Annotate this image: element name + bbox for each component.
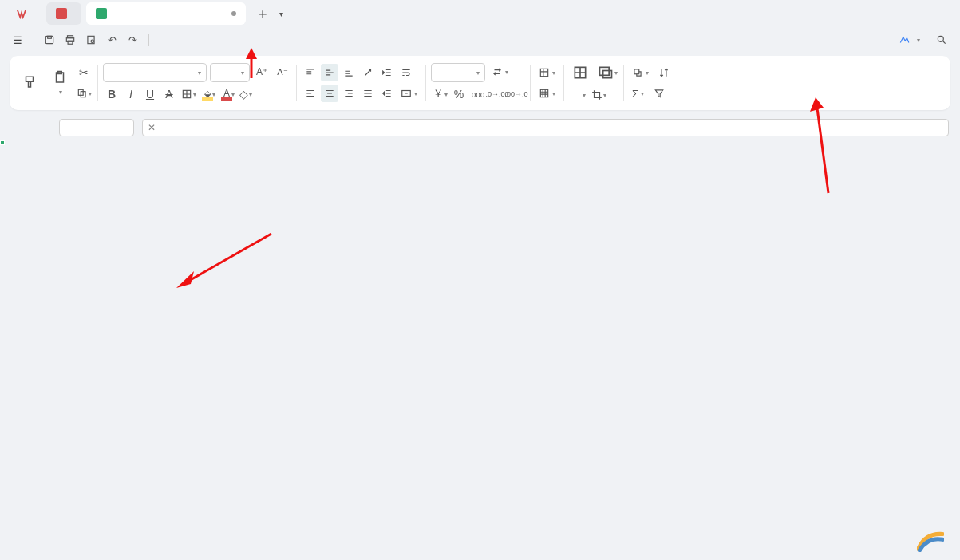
title-bar: ＋ ▾ [0, 0, 960, 27]
new-tab-button[interactable]: ＋ [251, 4, 275, 23]
number-format-select[interactable]: ▾ [431, 63, 485, 82]
copy-icon[interactable]: ▾ [75, 85, 93, 102]
justify-icon[interactable] [359, 85, 377, 102]
rows-cols-button[interactable]: ▾ [535, 64, 559, 81]
svg-rect-19 [602, 71, 611, 78]
tabs-dropdown-icon[interactable]: ▾ [279, 10, 283, 18]
name-box[interactable] [59, 119, 134, 136]
align-top-icon[interactable] [302, 64, 319, 81]
formula-input[interactable]: ✕ [142, 119, 949, 136]
align-middle-icon[interactable] [321, 64, 338, 81]
print-icon[interactable] [61, 30, 80, 49]
percent-icon[interactable]: % [450, 85, 468, 103]
svg-rect-1 [48, 36, 52, 38]
svg-point-6 [91, 40, 94, 43]
redo-icon[interactable]: ↷ [123, 30, 142, 49]
conditional-format-button[interactable]: ▾ [580, 86, 587, 104]
underline-button[interactable]: U [141, 85, 159, 103]
svg-rect-18 [599, 67, 609, 75]
watermark [917, 530, 949, 552]
docer-icon [56, 8, 67, 19]
separator [148, 34, 149, 46]
menu-bar: ☰ ↶ ↷ ▾ [0, 27, 960, 53]
sum-button[interactable]: Σ▾ [629, 85, 647, 102]
spreadsheet-icon [96, 8, 107, 19]
crop-icon[interactable]: ▾ [591, 86, 608, 104]
currency-icon[interactable]: ￥▾ [431, 85, 448, 103]
strikethrough-button[interactable]: A [160, 85, 178, 103]
save-icon[interactable] [40, 30, 59, 49]
wps-ai-icon [899, 34, 910, 45]
search-icon[interactable] [931, 30, 952, 50]
clear-format-icon[interactable]: ◇▾ [237, 85, 255, 103]
increase-decimal-icon[interactable]: .0→.00 [488, 85, 506, 103]
wps-logo-icon [16, 8, 27, 19]
svg-rect-15 [540, 69, 547, 76]
svg-rect-0 [45, 36, 53, 43]
format-painter-button[interactable] [14, 61, 45, 105]
svg-rect-16 [540, 89, 547, 97]
chevron-down-icon: ▾ [917, 37, 920, 44]
orientation-icon[interactable] [359, 64, 377, 81]
font-size-select[interactable]: ▾ [210, 63, 250, 82]
align-left-icon[interactable] [302, 85, 319, 102]
svg-rect-8 [26, 77, 34, 81]
svg-point-7 [938, 36, 943, 41]
undo-icon[interactable]: ↶ [102, 30, 121, 49]
font-color-button[interactable]: A▾ [218, 85, 235, 103]
filter-button[interactable] [650, 85, 670, 102]
ribbon-container: ▾ ✂ ▾ ▾ ▾ A⁺ A⁻ B I U A ▾ ⬙▾ A▾ ◇▾ [0, 53, 960, 115]
workbook-tab[interactable] [86, 2, 246, 25]
align-center-icon[interactable] [321, 85, 338, 102]
merge-cells-button[interactable]: ▾ [397, 85, 421, 102]
align-bottom-icon[interactable] [340, 64, 358, 81]
decrease-indent-icon[interactable] [378, 64, 396, 81]
print-preview-icon[interactable] [81, 30, 101, 49]
cancel-formula-icon[interactable]: ✕ [148, 122, 156, 133]
formula-bar: ✕ [0, 116, 960, 139]
selection-handle-icon[interactable] [0, 140, 5, 145]
wrap-text-button[interactable] [397, 64, 417, 81]
svg-rect-20 [634, 69, 639, 74]
convert-button[interactable]: ▾ [488, 63, 512, 81]
sort-button[interactable] [655, 64, 674, 81]
annotation-arrow-2 [172, 230, 275, 294]
modified-dot-icon [231, 11, 236, 16]
bold-button[interactable]: B [103, 85, 120, 103]
fill-color-button[interactable]: ⬙▾ [199, 85, 216, 103]
paste-button[interactable]: ▾ [45, 61, 75, 105]
worksheet-button[interactable]: ▾ [535, 85, 559, 102]
italic-button[interactable]: I [122, 85, 140, 103]
increase-indent-icon[interactable] [378, 85, 396, 102]
font-name-select[interactable]: ▾ [103, 63, 207, 82]
brand-tab[interactable] [6, 2, 41, 25]
border-button[interactable]: ▾ [180, 85, 197, 103]
watermark-icon [917, 530, 944, 552]
template-tab[interactable] [46, 2, 81, 25]
hamburger-icon[interactable]: ☰ [8, 33, 27, 48]
align-right-icon[interactable] [340, 85, 358, 102]
table-styles-icon[interactable]: ▾ [596, 62, 618, 83]
file-menu[interactable] [29, 38, 38, 41]
cut-icon[interactable]: ✂ [75, 64, 93, 81]
decrease-font-icon[interactable]: A⁻ [274, 63, 291, 81]
cell-styles-icon[interactable] [569, 62, 591, 83]
wps-ai-button[interactable]: ▾ [895, 34, 923, 45]
ribbon: ▾ ✂ ▾ ▾ ▾ A⁺ A⁻ B I U A ▾ ⬙▾ A▾ ◇▾ [10, 56, 950, 110]
thousands-icon[interactable]: ooo [469, 85, 487, 103]
decrease-decimal-icon[interactable]: .00→.0 [508, 85, 525, 103]
increase-font-icon[interactable]: A⁺ [253, 63, 271, 81]
fill-button[interactable]: ▾ [629, 64, 652, 81]
